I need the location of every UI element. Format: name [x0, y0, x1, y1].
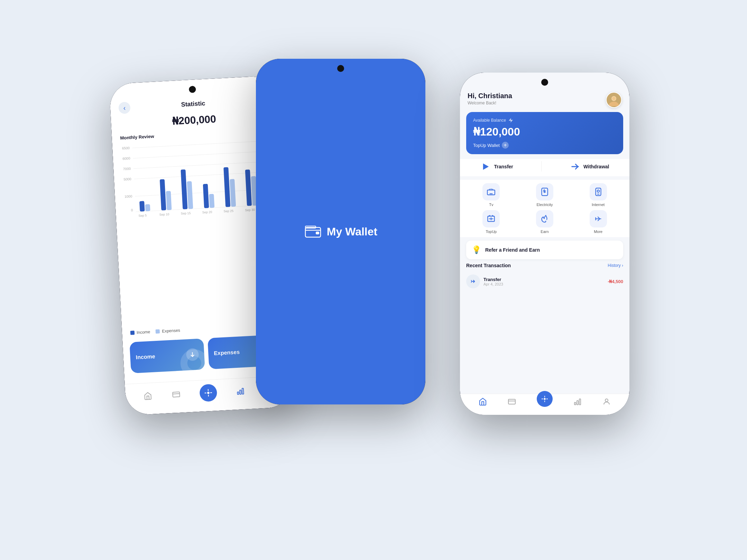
svg-rect-18	[203, 184, 209, 208]
services-grid: Tv Electricity	[460, 180, 629, 237]
svg-line-31	[173, 394, 179, 394]
txn-amount: -₦4,500	[608, 279, 623, 284]
phone-center: My Wallet	[256, 59, 425, 404]
withdrawal-label: Withdrawal	[583, 164, 609, 169]
legend-income-dot	[130, 330, 135, 335]
greeting-sub: Welcome Back!	[468, 101, 512, 105]
refer-banner[interactable]: 💡 Refer a Friend and Earn	[466, 241, 623, 259]
svg-rect-22	[245, 169, 252, 206]
nav-chart-icon[interactable]	[236, 386, 246, 396]
nav-user-right[interactable]	[602, 398, 611, 407]
recent-section: Recent Transaction History ›	[460, 263, 629, 291]
withdrawal-icon	[570, 161, 581, 172]
svg-text:7000: 7000	[123, 167, 131, 171]
wallet-icon-wrap: My Wallet	[304, 223, 377, 241]
quick-actions: Transfer Withdrawal	[460, 159, 629, 176]
nav-home-icon[interactable]	[143, 391, 153, 401]
expense-card-label: Expenses	[214, 349, 240, 357]
svg-rect-58	[577, 401, 578, 405]
balance-label-text: Available Balance	[473, 118, 506, 123]
service-tv[interactable]: Tv	[466, 183, 516, 207]
svg-rect-35	[242, 388, 244, 394]
balance-label: Available Balance	[473, 118, 616, 123]
svg-rect-44	[487, 190, 495, 195]
nav-stats-right[interactable]	[573, 398, 582, 407]
tv-icon	[482, 183, 500, 200]
wallet-icon	[304, 223, 322, 241]
svg-rect-38	[316, 232, 319, 234]
svg-text:Sep 30: Sep 30	[245, 208, 255, 212]
bulb-icon: 💡	[472, 245, 481, 254]
income-card-label: Income	[136, 353, 155, 361]
svg-text:Sep 10: Sep 10	[159, 213, 169, 216]
electricity-label: Electricity	[536, 203, 553, 207]
dash-nav-fab[interactable]	[537, 391, 553, 407]
svg-line-7	[133, 151, 268, 158]
internet-icon	[590, 183, 607, 200]
balance-card: Available Balance ₦120,000 TopUp Wallet …	[466, 112, 623, 154]
back-button[interactable]	[118, 102, 131, 114]
svg-text:Sep 20: Sep 20	[202, 210, 212, 214]
topup-label: TopUp Wallet	[473, 143, 500, 148]
svg-rect-15	[166, 191, 172, 210]
legend-expenses: Expenses	[156, 328, 180, 334]
phone-notch-right	[541, 79, 548, 86]
tv-label: Tv	[489, 203, 493, 207]
nav-home-right[interactable]	[479, 398, 487, 407]
svg-rect-14	[160, 179, 166, 211]
transfer-label: Transfer	[494, 164, 513, 169]
svg-rect-59	[579, 399, 581, 405]
svg-rect-57	[574, 402, 576, 405]
svg-rect-16	[181, 169, 187, 209]
balance-amount: ₦120,000	[473, 125, 616, 138]
svg-rect-12	[139, 201, 145, 212]
svg-point-42	[612, 97, 616, 100]
legend-income: Income	[130, 329, 150, 335]
svg-text:6000: 6000	[122, 156, 130, 160]
bar-chart: 6500 6000 7000 5000 1000 0	[118, 136, 276, 220]
more-icon	[590, 210, 607, 227]
svg-rect-13	[145, 204, 150, 212]
refer-text: Refer a Friend and Earn	[485, 247, 540, 253]
withdrawal-action[interactable]: Withdrawal	[570, 161, 609, 172]
svg-rect-30	[173, 392, 180, 397]
transfer-action[interactable]: Transfer	[480, 161, 513, 172]
earn-label: Earn	[541, 230, 548, 234]
svg-text:5000: 5000	[123, 177, 131, 181]
more-label: More	[594, 230, 602, 234]
recent-header: Recent Transaction History ›	[466, 263, 623, 268]
legend-expenses-dot	[156, 329, 160, 334]
service-electricity[interactable]: Electricity	[520, 183, 570, 207]
svg-text:Sep 25: Sep 25	[223, 209, 233, 213]
earn-icon	[536, 210, 553, 227]
svg-line-8	[133, 161, 269, 169]
history-link[interactable]: History ›	[608, 263, 623, 268]
svg-rect-33	[237, 392, 239, 394]
electricity-icon	[536, 183, 553, 200]
service-topup[interactable]: TopUp	[466, 210, 516, 234]
lightning-icon	[508, 118, 514, 123]
svg-text:1000: 1000	[124, 194, 132, 198]
avatar[interactable]	[606, 92, 622, 108]
service-earn[interactable]: Earn	[520, 210, 570, 234]
nav-fab-center[interactable]	[199, 384, 218, 402]
topup-button[interactable]: TopUp Wallet +	[473, 142, 509, 149]
transaction-item: Transfer Apr 4, 2023 -₦4,500	[466, 272, 623, 291]
nav-card-right[interactable]	[508, 398, 516, 407]
svg-rect-17	[187, 181, 193, 209]
nav-card-icon[interactable]	[171, 390, 181, 400]
phone-right: Hi, Christiana Welcome Back!	[460, 73, 629, 415]
legend-income-label: Income	[137, 329, 150, 335]
dash-nav	[460, 394, 629, 415]
greeting-name: Hi, Christiana	[468, 92, 512, 100]
internet-label: Internet	[592, 203, 605, 207]
service-internet[interactable]: Internet	[573, 183, 623, 207]
income-card[interactable]: Income	[129, 338, 205, 373]
phones-container: Statistic ₦200,000 Monthly Review Sept ▾	[97, 38, 650, 522]
wallet-splash: My Wallet	[304, 223, 377, 241]
svg-text:Sep 5: Sep 5	[138, 214, 147, 217]
svg-rect-54	[508, 399, 515, 404]
txn-details: Transfer Apr 4, 2023	[483, 277, 604, 286]
service-more[interactable]: More	[573, 210, 623, 234]
greeting-block: Hi, Christiana Welcome Back!	[468, 92, 512, 105]
